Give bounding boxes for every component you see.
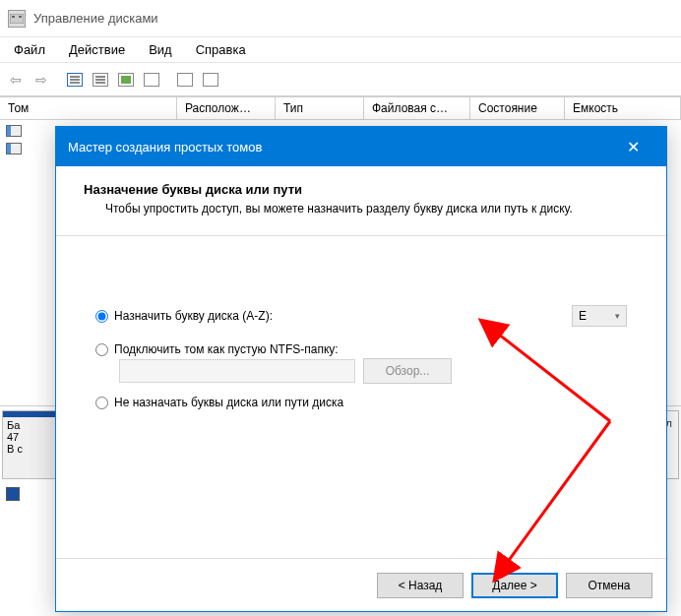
menu-help[interactable]: Справка [186,38,256,61]
refresh-icon [118,73,134,87]
toolbar-btn-4[interactable] [140,68,163,92]
toolbar-btn-1[interactable] [63,68,87,92]
nav-back-button[interactable]: ⇦ [4,68,28,92]
col-capacity[interactable]: Емкость [565,97,681,119]
wizard-header: Назначение буквы диска или пути Чтобы уп… [56,166,666,227]
mount-path-row: Обзор... [95,358,627,384]
option-none-label: Не назначать буквы диска или пути диска [114,396,343,409]
drive-letter-value: E [579,309,587,323]
option-assign-letter[interactable]: Назначить букву диска (A-Z): [95,309,273,323]
chevron-down-icon: ▾ [615,311,620,321]
svg-rect-1 [12,16,15,18]
col-fs[interactable]: Файловая с… [364,97,470,119]
cancel-button[interactable]: Отмена [566,573,652,598]
close-button[interactable]: ✕ [611,127,654,166]
nav-forward-button[interactable]: ⇨ [30,68,53,92]
toolbar-btn-3[interactable] [114,68,138,92]
volume-table-header: Том Располож… Тип Файловая с… Состояние … [0,96,681,120]
menubar: Файл Действие Вид Справка [0,37,681,63]
arrow-left-icon: ⇦ [10,72,22,88]
app-titlebar: Управление дисками [0,0,681,37]
toolbar-btn-5[interactable] [173,68,197,92]
check-icon [203,73,218,87]
col-layout[interactable]: Располож… [177,97,276,119]
drive-letter-select[interactable]: E ▾ [572,305,627,327]
option-none[interactable]: Не назначать буквы диска или пути диска [95,396,343,409]
close-icon: ✕ [627,138,640,156]
option-assign-letter-label: Назначить букву диска (A-Z): [114,309,273,323]
props-icon [177,73,193,87]
radio-mount[interactable] [95,343,108,356]
window-title: Управление дисками [33,11,158,26]
menu-file[interactable]: Файл [4,38,55,61]
wizard-subheading: Чтобы упростить доступ, вы можете назнач… [84,201,639,217]
wizard-dialog: Мастер создания простых томов ✕ Назначен… [55,126,667,612]
disk-management-icon [8,10,26,28]
arrow-right-icon: ⇨ [35,72,47,88]
mount-path-input [119,359,355,383]
svg-rect-0 [10,14,24,24]
col-status[interactable]: Состояние [470,97,565,119]
wizard-footer: < Назад Далее > Отмена [56,558,666,611]
list-icon [93,73,108,87]
grid-icon [144,73,159,87]
menu-view[interactable]: Вид [139,38,182,61]
option-mount-row: Подключить том как пустую NTFS-папку: [95,342,627,356]
col-volume[interactable]: Том [0,97,177,119]
back-button[interactable]: < Назад [377,573,464,598]
wizard-titlebar[interactable]: Мастер создания простых томов ✕ [56,127,666,166]
option-none-row: Не назначать буквы диска или пути диска [95,396,627,409]
wizard-body: Назначить букву диска (A-Z): E ▾ Подключ… [56,236,666,558]
option-mount-label: Подключить том как пустую NTFS-папку: [114,342,339,356]
volume-icon [6,143,22,154]
svg-rect-2 [19,16,22,18]
radio-assign-letter[interactable] [95,310,108,323]
option-assign-letter-row: Назначить букву диска (A-Z): E ▾ [95,305,627,327]
toolbar-btn-2[interactable] [89,68,112,92]
wizard-title: Мастер создания простых томов [68,140,262,154]
volume-icon [6,125,22,137]
toolbar-btn-6[interactable] [199,68,222,92]
col-type[interactable]: Тип [276,97,364,119]
browse-button: Обзор... [363,358,452,384]
radio-none[interactable] [95,397,108,409]
toolbar: ⇦ ⇨ [0,63,681,96]
panel-icon [67,73,83,87]
next-button[interactable]: Далее > [471,573,558,598]
wizard-heading: Назначение буквы диска или пути [84,182,639,197]
legend-swatch-icon [6,487,20,501]
menu-action[interactable]: Действие [59,38,135,61]
option-mount[interactable]: Подключить том как пустую NTFS-папку: [95,342,339,356]
